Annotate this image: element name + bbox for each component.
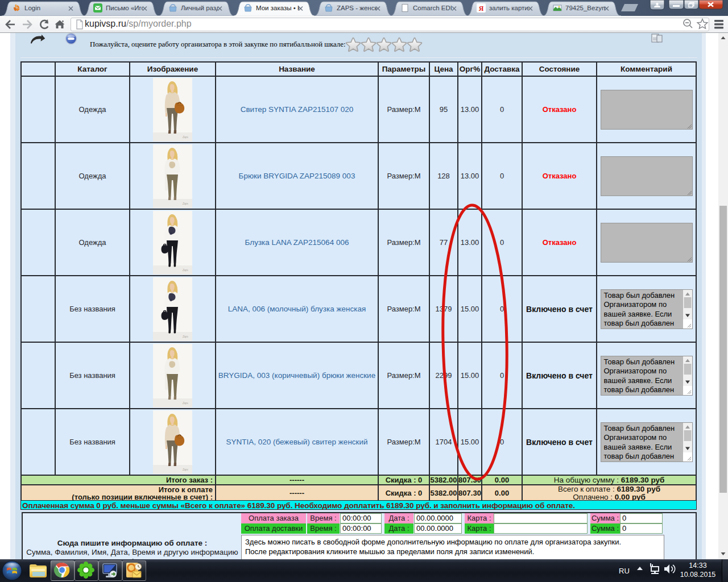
svg-text:Zaps: Zaps bbox=[182, 468, 189, 471]
svg-text:Zaps: Zaps bbox=[182, 136, 189, 139]
svg-text:Zaps: Zaps bbox=[182, 202, 189, 205]
svg-text:Login: Login bbox=[24, 5, 40, 11]
svg-text:Мои заказы • Н: Мои заказы • Н bbox=[256, 5, 302, 11]
svg-text:Zaps: Zaps bbox=[182, 269, 189, 272]
svg-text:Zaps: Zaps bbox=[182, 402, 189, 405]
svg-text:Zaps: Zaps bbox=[182, 335, 189, 338]
svg-text:Я: Я bbox=[479, 5, 484, 13]
svg-text:залить картин: залить картин bbox=[489, 5, 532, 11]
svg-text:Письмо «Игор: Письмо «Игор bbox=[106, 5, 148, 11]
svg-text:ZAPS - женска: ZAPS - женска bbox=[337, 5, 382, 11]
svg-text:Личный разде: Личный разде bbox=[181, 5, 224, 11]
